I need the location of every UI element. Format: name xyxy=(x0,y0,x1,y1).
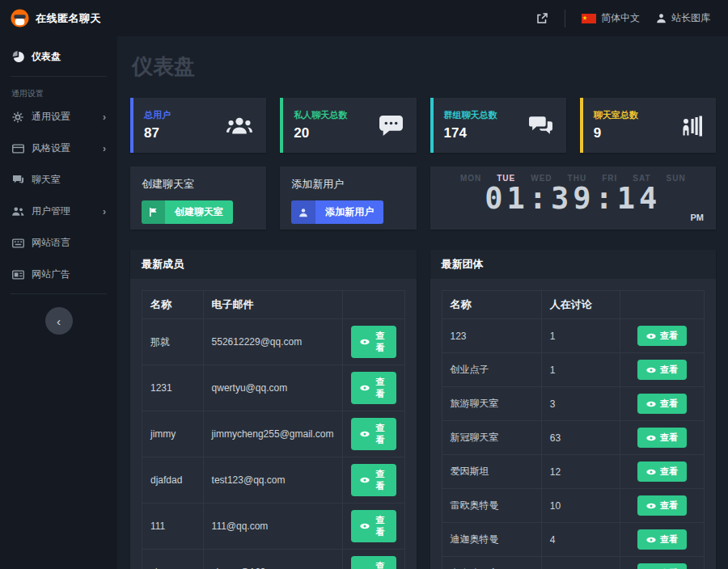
table-row: 迪迦奥特曼 4 查看 xyxy=(442,523,705,557)
column-header-name: 名称 xyxy=(142,291,204,319)
chevron-right-icon: › xyxy=(103,112,106,122)
latest-groups-card: 最新团体 名称 人在讨论 123 1 查看 xyxy=(430,250,717,569)
chevron-right-icon: › xyxy=(103,144,106,154)
view-button[interactable]: 查看 xyxy=(351,510,396,542)
eye-icon xyxy=(360,477,370,483)
create-room-card: 创建聊天室 创建聊天室 xyxy=(130,166,266,230)
language-icon xyxy=(11,238,24,249)
member-email: jimmycheng255@gmail.com xyxy=(203,411,342,457)
sidebar-item-user-management[interactable]: 用户管理 › xyxy=(0,196,117,227)
sidebar-item-label: 风格设置 xyxy=(32,141,70,155)
room-door-icon xyxy=(680,115,703,137)
group-name: 旅游聊天室 xyxy=(442,387,541,421)
view-button[interactable]: 查看 xyxy=(637,462,687,482)
clock-widget: MONTUEWEDTHUFRISATSUN 01:39:14 PM xyxy=(430,166,717,230)
user-menu[interactable]: 站长图库 xyxy=(656,11,710,25)
eye-icon xyxy=(646,469,656,475)
sidebar-divider xyxy=(11,293,107,294)
chat-dots-icon xyxy=(379,115,404,137)
view-button-label: 查看 xyxy=(660,330,678,342)
view-button-label: 查看 xyxy=(374,330,387,354)
eye-icon xyxy=(360,431,370,437)
view-button[interactable]: 查看 xyxy=(351,326,396,358)
eye-icon xyxy=(646,367,656,373)
sidebar-item-site-ads[interactable]: 网站广告 xyxy=(0,259,117,290)
view-button-label: 查看 xyxy=(660,364,678,376)
column-header-actions xyxy=(342,291,404,319)
view-button[interactable]: 查看 xyxy=(351,556,396,569)
group-discussing-count: 12 xyxy=(541,455,620,489)
groups-table: 名称 人在讨论 123 1 查看 创业点子 1 xyxy=(442,290,705,569)
stat-card-private-chats: 私人聊天总数 20 xyxy=(280,98,416,153)
table-row: 爱因斯坦 12 查看 xyxy=(442,455,705,489)
weekday-label: SUN xyxy=(667,174,686,183)
table-row: 青春聊天室 11 查看 xyxy=(442,557,705,569)
table-row: 111 111@qq.com 查看 xyxy=(142,504,405,550)
language-switcher[interactable]: 简体中文 xyxy=(582,11,640,25)
navbar-divider xyxy=(565,10,565,27)
gear-icon xyxy=(11,112,24,123)
sidebar-collapse-button[interactable]: ‹ xyxy=(45,307,73,335)
view-button[interactable]: 查看 xyxy=(637,563,687,569)
main-content: 仪表盘 总用户 87 私人聊天总数 20 群组聊天总数 174 xyxy=(117,36,728,569)
member-name: xiaoyu xyxy=(142,550,204,569)
view-button[interactable]: 查看 xyxy=(637,529,687,550)
sidebar-item-label: 仪表盘 xyxy=(32,50,61,64)
app-title: 在线匿名聊天 xyxy=(36,11,101,26)
view-button[interactable]: 查看 xyxy=(351,372,396,404)
tables-row: 最新成员 名称 电子邮件 那就 552612229@qq.com xyxy=(130,243,716,569)
view-button-label: 查看 xyxy=(374,468,387,492)
latest-groups-title: 最新团体 xyxy=(430,250,717,279)
view-button[interactable]: 查看 xyxy=(637,428,687,448)
view-button[interactable]: 查看 xyxy=(637,360,687,380)
pie-chart-icon xyxy=(11,52,24,63)
sidebar-item-site-language[interactable]: 网站语言 xyxy=(0,227,117,259)
column-header-discussing: 人在讨论 xyxy=(541,291,620,319)
stats-row: 总用户 87 私人聊天总数 20 群组聊天总数 174 xyxy=(130,98,716,153)
column-header-name: 名称 xyxy=(442,291,541,319)
eye-icon xyxy=(646,333,656,339)
sidebar-item-label: 网站广告 xyxy=(32,268,70,281)
group-discussing-count: 1 xyxy=(541,353,620,387)
actions-row: 创建聊天室 创建聊天室 添加新用户 添加新用户 MONTUEWEDTHUFRIS… xyxy=(130,166,716,230)
view-button[interactable]: 查看 xyxy=(637,394,687,414)
sidebar-item-chat-rooms[interactable]: 聊天室 xyxy=(0,164,117,196)
sidebar-item-general-settings[interactable]: 通用设置 › xyxy=(0,101,117,133)
group-discussing-count: 1 xyxy=(541,319,620,353)
sidebar-section-label: 通用设置 xyxy=(0,80,117,101)
clock-meridiem: PM xyxy=(691,213,705,222)
table-row: 旅游聊天室 3 查看 xyxy=(442,387,705,421)
brand[interactable]: 在线匿名聊天 xyxy=(0,0,117,36)
create-room-button-label: 创建聊天室 xyxy=(165,200,233,224)
create-room-button[interactable]: 创建聊天室 xyxy=(142,200,233,224)
group-name: 迪迦奥特曼 xyxy=(442,523,541,557)
view-button[interactable]: 查看 xyxy=(637,326,687,346)
view-button-label: 查看 xyxy=(660,398,678,410)
page-title: 仪表盘 xyxy=(132,53,716,81)
group-name: 爱因斯坦 xyxy=(442,455,541,489)
stat-label: 群组聊天总数 xyxy=(444,109,497,121)
add-user-title: 添加新用户 xyxy=(291,177,404,192)
external-link-icon[interactable] xyxy=(535,12,548,25)
table-row: 1231 qwertyu@qq.com 查看 xyxy=(142,365,405,411)
sidebar-item-label: 通用设置 xyxy=(32,110,70,124)
column-header-email: 电子邮件 xyxy=(203,291,342,319)
view-button[interactable]: 查看 xyxy=(351,418,396,450)
view-button[interactable]: 查看 xyxy=(351,464,396,496)
member-email: xiaoyu@163.com xyxy=(203,550,342,569)
eye-icon xyxy=(646,537,656,543)
member-email: test123@qq.com xyxy=(203,457,342,504)
chat-bubbles-icon xyxy=(528,115,553,137)
member-name: jimmy xyxy=(142,411,204,457)
sidebar-item-label: 聊天室 xyxy=(32,173,61,187)
view-button-label: 查看 xyxy=(374,560,387,569)
sidebar-item-style-settings[interactable]: 风格设置 › xyxy=(0,133,117,164)
member-name: 111 xyxy=(142,504,204,550)
add-user-button[interactable]: 添加新用户 xyxy=(291,200,383,224)
member-name: 1231 xyxy=(142,365,204,411)
group-discussing-count: 4 xyxy=(541,523,620,557)
sidebar-item-dashboard[interactable]: 仪表盘 xyxy=(0,41,117,73)
view-button[interactable]: 查看 xyxy=(637,495,687,516)
group-discussing-count: 63 xyxy=(541,421,620,455)
eye-icon xyxy=(646,435,656,441)
